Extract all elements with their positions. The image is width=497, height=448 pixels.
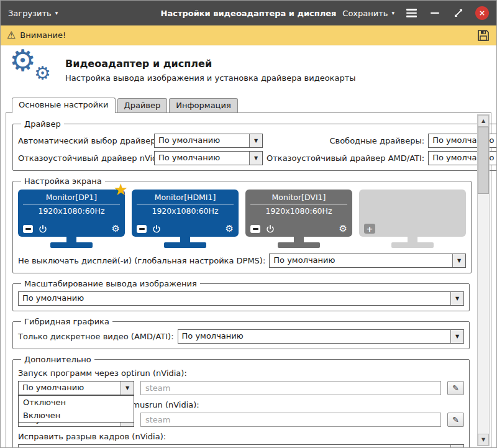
tab-label: Информация xyxy=(176,101,230,110)
load-button[interactable]: Загрузить ▾ xyxy=(8,9,58,18)
scroll-up-button[interactable]: ▲ xyxy=(478,115,489,127)
tab-main-settings[interactable]: Основные настройки xyxy=(12,98,116,113)
app-header: ⚙ ⚙ Видеоадаптер и дисплей Настройка выв… xyxy=(1,45,496,93)
add-monitor-button[interactable]: + xyxy=(364,224,375,234)
disable-monitor-button[interactable] xyxy=(250,225,260,233)
select-value: По умолчанию xyxy=(155,152,249,165)
monitor-stand xyxy=(294,237,304,242)
failsafe-nvidia-select[interactable]: По умолчанию ▼ xyxy=(154,151,263,165)
dropdown-option-enabled[interactable]: Включен xyxy=(19,409,134,422)
dropdown-option-disabled[interactable]: Отключен xyxy=(19,396,134,409)
monitor-screen: Monitor[DP1] 1920x1080:60Hz ⚙ xyxy=(18,190,125,237)
primusrun-edit-button[interactable]: ✎ xyxy=(447,413,464,427)
scrollbar-track[interactable] xyxy=(478,127,489,434)
optirun-select-wrap: По умолчанию ▼ Отключен Включен xyxy=(18,381,134,395)
scaling-row: По умолчанию ▼ xyxy=(18,291,464,306)
power-button[interactable] xyxy=(266,225,275,234)
tab-label: Основные настройки xyxy=(19,100,109,109)
menu-button[interactable] xyxy=(404,7,418,19)
scaling-select[interactable]: По умолчанию ▼ xyxy=(18,291,464,306)
app-header-text: Видеоадаптер и дисплей Настройка вывода … xyxy=(65,58,356,83)
minimize-button[interactable] xyxy=(428,7,442,19)
disable-monitor-button[interactable] xyxy=(23,225,33,233)
monitor-name: Monitor[DP1] xyxy=(23,191,120,204)
optirun-program-input[interactable] xyxy=(140,381,441,395)
chevron-down-icon: ▼ xyxy=(450,445,463,448)
load-button-label: Загрузить xyxy=(8,9,52,18)
monitor-card-empty[interactable]: + xyxy=(359,190,466,248)
scrollbar-thumb[interactable] xyxy=(478,127,489,194)
maximize-button[interactable] xyxy=(452,7,465,19)
tab-information[interactable]: Информация xyxy=(169,98,237,112)
scroll-down-button[interactable]: ▼ xyxy=(478,434,489,446)
power-icon xyxy=(39,225,47,234)
disable-monitor-button[interactable] xyxy=(137,225,147,233)
page-title: Видеоадаптер и дисплей xyxy=(65,58,356,70)
monitor-card-hdmi1[interactable]: Monitor[HDMI1] 1920x1080:60Hz ⚙ xyxy=(132,190,239,248)
save-button[interactable]: Сохранить ▾ xyxy=(342,9,394,18)
tearfree-label: Исправить разрыв кадров (nVidia): xyxy=(18,432,464,441)
vertical-scrollbar[interactable]: ▲ ▼ xyxy=(477,114,490,446)
select-value: По умолчанию xyxy=(19,292,450,305)
monitor-settings-button[interactable]: ⚙ xyxy=(226,224,234,234)
chevron-down-icon: ▼ xyxy=(450,330,463,343)
chevron-down-icon: ▾ xyxy=(391,11,394,16)
close-button[interactable]: × xyxy=(475,6,489,20)
power-button[interactable] xyxy=(39,225,47,234)
dpms-select[interactable]: По умолчанию ▼ xyxy=(269,254,466,268)
driver-legend: Драйвер xyxy=(21,119,64,129)
monitor-mode: 1920x1080:60Hz xyxy=(137,204,234,216)
monitor-controls: ⚙ xyxy=(137,224,234,234)
quick-save-button[interactable] xyxy=(476,29,490,42)
monitor-screen: Monitor[DVI1] 1920x1080:60Hz ⚙ xyxy=(245,190,352,237)
monitor-name: Monitor[DVI1] xyxy=(250,191,347,204)
select-value: По умолчанию xyxy=(155,134,249,147)
select-value: По умолчанию xyxy=(19,382,121,395)
monitor-settings-button[interactable]: ⚙ xyxy=(112,224,120,234)
minus-icon xyxy=(25,228,31,230)
chevron-down-icon: ▾ xyxy=(55,11,58,16)
discrete-video-label: Только дискретное видео (AMD/ATI): xyxy=(18,332,174,341)
monitor-controls: ⚙ xyxy=(250,224,347,234)
settings-panel: Драйвер Автоматический выбор драйвера: П… xyxy=(6,112,491,448)
monitor-settings-button[interactable]: ⚙ xyxy=(339,224,347,234)
gear-icon: ⚙ xyxy=(34,64,51,83)
monitor-stand xyxy=(66,237,76,242)
monitor-card-dp1[interactable]: ★ Monitor[DP1] 1920x1080:60Hz xyxy=(18,190,125,248)
monitor-controls: ⚙ xyxy=(23,224,120,234)
failsafe-nvidia-label: Отказоустойчивый драйвер nVidia: xyxy=(18,153,150,163)
hybrid-fieldset: Гибридная графика Только дискретное виде… xyxy=(12,317,470,349)
monitor-list: ★ Monitor[DP1] 1920x1080:60Hz xyxy=(18,190,466,248)
monitor-screen: Monitor[HDMI1] 1920x1080:60Hz ⚙ xyxy=(132,190,239,237)
hybrid-row: Только дискретное видео (AMD/ATI): По ум… xyxy=(18,329,464,344)
hybrid-legend: Гибридная графика xyxy=(21,317,112,326)
monitor-stand-base xyxy=(391,242,434,248)
optirun-select[interactable]: По умолчанию ▼ xyxy=(18,381,134,395)
dpms-label: Не выключать дисплей(-и) (глобальная нас… xyxy=(18,256,265,265)
page-subtitle: Настройка вывода изображения и установка… xyxy=(65,73,356,83)
auto-driver-select[interactable]: По умолчанию ▼ xyxy=(154,134,263,148)
monitor-stand-base xyxy=(164,242,206,248)
gears-app-icon: ⚙ ⚙ xyxy=(9,52,57,89)
chevron-down-icon: ▼ xyxy=(450,292,463,305)
warning-text: Внимание! xyxy=(20,30,66,40)
screen-legend: Настройка экрана xyxy=(21,176,105,186)
discrete-video-select[interactable]: По умолчанию ▼ xyxy=(178,329,464,344)
titlebar: Настройки видеоадаптера и дисплея Загруз… xyxy=(1,1,496,25)
auto-driver-label: Автоматический выбор драйвера: xyxy=(18,136,150,145)
pencil-icon: ✎ xyxy=(452,415,459,424)
tearfree-select[interactable]: По умолчанию ▼ xyxy=(18,444,464,448)
monitor-name: Monitor[HDMI1] xyxy=(137,191,234,204)
driver-fieldset: Драйвер Автоматический выбор драйвера: П… xyxy=(12,119,497,171)
chevron-down-icon: ▼ xyxy=(249,152,262,165)
chevron-down-icon: ▼ xyxy=(121,382,134,395)
expand-icon xyxy=(454,8,463,18)
power-button[interactable] xyxy=(152,225,161,234)
save-button-label: Сохранить xyxy=(342,9,388,18)
optirun-edit-button[interactable]: ✎ xyxy=(447,381,464,395)
tab-driver[interactable]: Драйвер xyxy=(117,98,168,112)
pencil-icon: ✎ xyxy=(452,383,459,393)
extra-legend: Дополнительно xyxy=(21,355,94,364)
monitor-card-dvi1[interactable]: Monitor[DVI1] 1920x1080:60Hz ⚙ xyxy=(245,190,352,248)
primusrun-program-input[interactable] xyxy=(140,413,441,427)
